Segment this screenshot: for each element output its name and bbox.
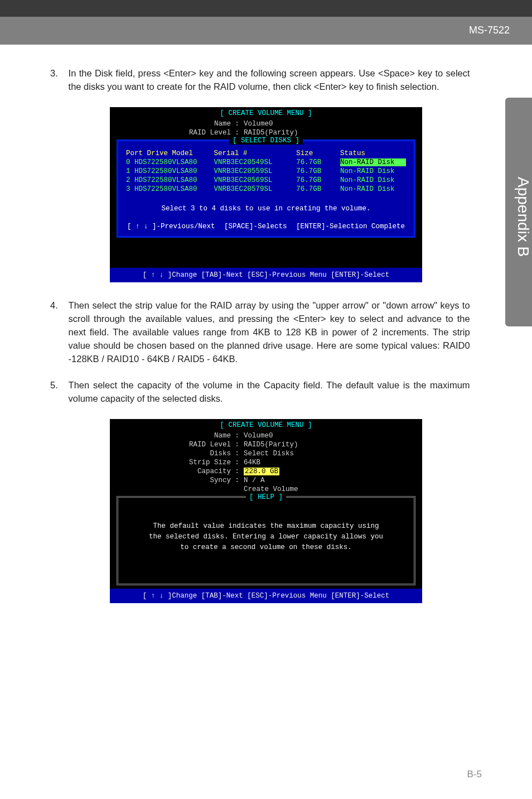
step-4: 4. Then select the strip value for the R… — [50, 299, 482, 366]
field-name: Name :Volume0 — [110, 119, 422, 128]
field-name: Name :Volume0 — [110, 431, 422, 440]
page-number: B-5 — [467, 769, 482, 780]
step-number: 4. — [50, 299, 66, 312]
step-number: 3. — [50, 67, 66, 80]
step-text: Then select the strip value for the RAID… — [69, 299, 470, 366]
field-create: Create Volume — [110, 485, 422, 494]
spacer — [110, 240, 422, 268]
bios-footer: [ ↑ ↓ ]Change [TAB]-Next [ESC]-Previous … — [110, 268, 422, 282]
help-title: [ HELP ] — [246, 493, 286, 501]
appendix-side-tab: Appendix B — [505, 98, 532, 326]
step-text: In the Disk field, press <Enter> key and… — [69, 67, 470, 94]
field-disks: Disks :Select Disks — [110, 449, 422, 458]
disk-table-header: Port Drive Model Serial # Size Status — [122, 149, 410, 158]
disk-row: 1 HDS722580VLSA80 VNRB3EC20559SL 76.7GB … — [122, 167, 410, 176]
help-text: The default value indicates the maximum … — [129, 509, 403, 552]
bios-title: [ CREATE VOLUME MENU ] — [110, 107, 422, 119]
disk-row: 2 HDS722580VLSA80 VNRB3EC20569SL 76.7GB … — [122, 176, 410, 185]
disk-row: 0 HDS722580VLSA80 VNRB3EC20549SL 76.7GB … — [122, 158, 410, 167]
step-5: 5. Then select the capacity of the volum… — [50, 379, 482, 406]
page-content: 3. In the Disk field, press <Enter> key … — [0, 45, 532, 637]
top-decorative-band — [0, 0, 532, 17]
select-message: Select 3 to 4 disks to use in creating t… — [122, 194, 410, 220]
field-raid-level: RAID Level :RAID5(Parity) — [110, 128, 422, 137]
select-disks-box: [ SELECT DISKS ] Port Drive Model Serial… — [117, 139, 415, 238]
bios-title: [ CREATE VOLUME MENU ] — [110, 419, 422, 431]
key-space: [SPACE]-Selects — [224, 223, 287, 230]
field-strip-size: Strip Size :64KB — [110, 458, 422, 467]
step-text: Then select the capacity of the volume i… — [69, 379, 470, 406]
header-title: MS-7522 — [469, 25, 510, 36]
page-header: MS-7522 — [0, 17, 532, 45]
select-disks-title: [ SELECT DISKS ] — [229, 137, 303, 145]
key-prev-next: [ ↑ ↓ ]-Previous/Next — [127, 223, 215, 230]
step-3: 3. In the Disk field, press <Enter> key … — [50, 67, 482, 94]
step-number: 5. — [50, 379, 66, 392]
help-box: [ HELP ] The default value indicates the… — [117, 496, 415, 585]
disk-row: 3 HDS722580VLSA80 VNRB3EC20579SL 76.7GB … — [122, 185, 410, 194]
bios-footer: [ ↑ ↓ ]Change [TAB]-Next [ESC]-Previous … — [110, 589, 422, 603]
field-raid-level: RAID Level :RAID5(Parity) — [110, 440, 422, 449]
field-capacity: Capacity :228.0 GB — [110, 467, 422, 476]
bios-screen-capacity: [ CREATE VOLUME MENU ] Name :Volume0 RAI… — [110, 419, 422, 603]
bios-screen-select-disks: [ CREATE VOLUME MENU ] Name :Volume0 RAI… — [110, 107, 422, 282]
key-enter: [ENTER]-Selection Complete — [296, 223, 405, 230]
select-keys: [ ↑ ↓ ]-Previous/Next [SPACE]-Selects [E… — [122, 220, 410, 233]
field-sync: Syncy :N / A — [110, 476, 422, 485]
